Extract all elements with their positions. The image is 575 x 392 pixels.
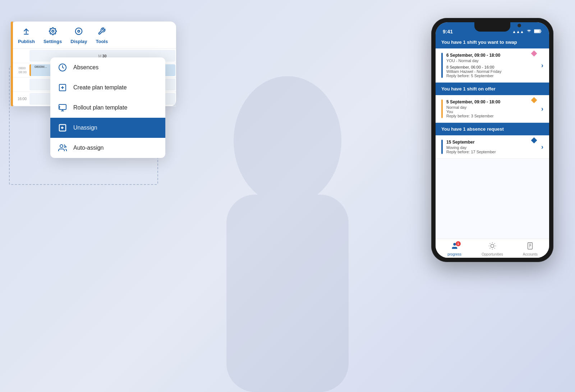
phone-spacer (436, 159, 549, 239)
card-detail-swap-3: Reply before: 5 September (446, 74, 538, 78)
dropdown-menu: Absences Create plan template Rollout pl… (50, 57, 165, 158)
toolbar: Publish Settings Display (11, 22, 176, 49)
nav-item-progress[interactable]: 1 progress (436, 242, 473, 256)
svg-point-22 (491, 244, 494, 247)
nav-badge-progress: 1 (451, 242, 459, 252)
svg-line-30 (494, 243, 495, 244)
card-accent-blue-dark (441, 140, 443, 154)
nav-badge-dot: 1 (456, 241, 461, 246)
phone-bottom-nav: 1 progress Opportunities Accounts (436, 239, 549, 258)
card-title-absence: 15 September (446, 140, 538, 145)
toolbar-tools[interactable]: Tools (96, 27, 108, 44)
card-detail-swap-1: 8 September, 06:00 - 16:00 (446, 65, 538, 69)
rollout-plan-template-label: Rollout plan template (73, 104, 127, 111)
menu-item-absences[interactable]: Absences (50, 57, 165, 78)
toolbar-settings[interactable]: Settings (43, 27, 62, 44)
nav-item-opportunities[interactable]: Opportunities (473, 242, 511, 256)
signal-icon: ▲▲▲ (512, 29, 524, 34)
card-title-swap: 6 September, 09:00 - 18:00 (446, 53, 538, 58)
phone-frame: 9:41 ▲▲▲ You have 1 shift you want to sw… (431, 18, 553, 262)
settings-label: Settings (43, 39, 62, 44)
tools-icon (98, 27, 106, 37)
card-title-offer: 5 September, 09:00 - 18:00 (446, 99, 538, 104)
svg-rect-19 (534, 30, 540, 32)
toolbar-display[interactable]: Display (70, 27, 87, 44)
nav-label-opportunities: Opportunities (482, 252, 503, 256)
card-detail-swap-2: William Hazwel - Normal Friday (446, 69, 538, 74)
card-swap[interactable]: 6 September, 09:00 - 18:00 YOU - Normal … (436, 48, 549, 83)
wifi-icon (526, 29, 532, 34)
svg-point-3 (75, 28, 82, 34)
section-header-offer: You have 1 shift on offer (436, 83, 549, 95)
card-chevron-absence[interactable]: › (538, 140, 543, 154)
unassign-icon (58, 123, 68, 133)
svg-line-29 (490, 248, 490, 248)
card-absence[interactable]: 15 September Moving day Reply before: 17… (436, 135, 549, 159)
card-offer[interactable]: 5 September, 09:00 - 18:00 Normal day Yo… (436, 95, 549, 123)
card-detail-absence-1: Reply before: 17 September (446, 150, 538, 154)
svg-line-26 (494, 248, 495, 248)
menu-item-rollout-plan-template[interactable]: Rollout plan template (50, 98, 165, 118)
absences-label: Absences (73, 64, 98, 71)
phone-screen: 9:41 ▲▲▲ You have 1 shift you want to sw… (436, 22, 549, 258)
card-chevron-swap[interactable]: › (538, 53, 543, 78)
card-accent-orange (441, 99, 443, 118)
card-detail-offer-2: Reply before: 3 September (446, 114, 538, 118)
phone-camera (518, 24, 521, 27)
section-header-absence: You have 1 absence request (436, 123, 549, 135)
absences-icon (58, 62, 68, 73)
nav-item-accounts[interactable]: Accounts (511, 242, 549, 256)
phone-notch (474, 22, 510, 32)
toolbar-publish[interactable]: Publish (18, 27, 35, 44)
section-header-swap: You have 1 shift you want to swap (436, 36, 549, 48)
nav-icon-accounts (526, 242, 534, 252)
svg-rect-9 (59, 104, 66, 109)
auto-assign-label: Auto-assign (73, 145, 104, 151)
menu-item-unassign[interactable]: Unassign (50, 118, 165, 138)
card-body-swap: 6 September, 09:00 - 18:00 YOU - Normal … (446, 53, 538, 78)
auto-assign-icon (58, 143, 68, 153)
card-subtitle-absence: Moving day (446, 145, 538, 150)
display-icon (75, 27, 83, 37)
card-detail-offer-1: You (446, 109, 538, 114)
status-icons: ▲▲▲ (512, 25, 542, 34)
settings-icon (49, 27, 57, 37)
card-subtitle-offer: Normal day (446, 105, 538, 109)
battery-icon (534, 29, 542, 34)
unassign-label: Unassign (73, 125, 97, 131)
display-label: Display (70, 39, 87, 44)
nav-label-accounts: Accounts (523, 252, 538, 256)
tools-label: Tools (96, 39, 108, 44)
svg-rect-31 (528, 243, 533, 249)
create-plan-template-icon (58, 83, 68, 93)
publish-icon (22, 27, 30, 37)
menu-item-auto-assign[interactable]: Auto-assign (50, 138, 165, 158)
card-accent-blue (441, 53, 443, 78)
card-body-offer: 5 September, 09:00 - 18:00 Normal day Yo… (446, 99, 538, 118)
menu-item-create-plan-template[interactable]: Create plan template (50, 78, 165, 98)
create-plan-template-label: Create plan template (73, 84, 127, 91)
card-body-absence: 15 September Moving day Reply before: 17… (446, 140, 538, 154)
card-chevron-offer[interactable]: › (538, 99, 543, 118)
nav-label-progress: progress (447, 252, 461, 256)
svg-point-2 (52, 30, 54, 32)
publish-label: Publish (18, 39, 35, 44)
phone-mockup: 9:41 ▲▲▲ You have 1 shift you want to sw… (431, 18, 553, 262)
nav-icon-opportunities (488, 242, 496, 252)
svg-point-14 (60, 145, 63, 148)
svg-point-4 (78, 30, 80, 32)
svg-line-25 (490, 243, 490, 244)
card-subtitle-swap: YOU - Normal day (446, 59, 538, 63)
phone-time: 9:41 (443, 25, 453, 34)
rollout-plan-template-icon (58, 103, 68, 113)
